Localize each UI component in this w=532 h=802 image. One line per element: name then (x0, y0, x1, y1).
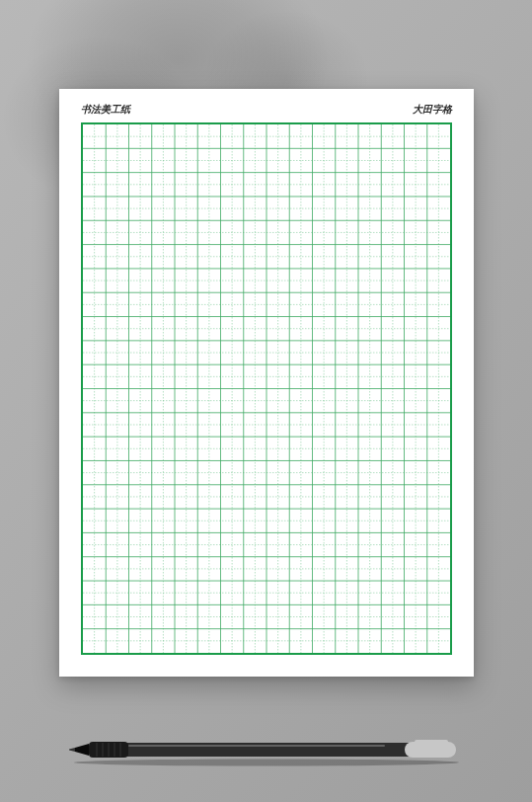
svg-rect-86 (128, 745, 385, 747)
svg-point-74 (74, 760, 459, 766)
pen-svg (69, 735, 464, 766)
svg-marker-85 (69, 748, 75, 752)
svg-rect-77 (415, 740, 448, 744)
tianzige-grid (81, 122, 452, 655)
practice-paper: 书法美工纸 大田字格 (59, 89, 474, 677)
svg-marker-84 (75, 744, 89, 756)
grid-svg (83, 124, 450, 653)
pen (69, 735, 464, 766)
header-left-text: 书法美工纸 (81, 103, 130, 117)
header-right-text: 大田字格 (413, 103, 452, 117)
svg-rect-76 (405, 742, 456, 758)
paper-header: 书法美工纸 大田字格 (59, 89, 474, 122)
